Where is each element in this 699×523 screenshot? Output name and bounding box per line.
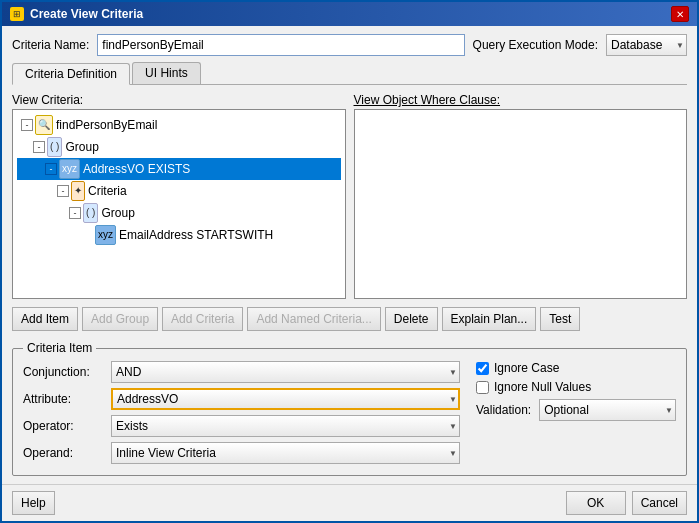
qem-select[interactable]: Database In Memory [606,34,687,56]
operator-row: Operator: Exists Does Not Exist [23,415,460,437]
validation-select-wrapper: Optional Required [539,399,676,421]
window-icon: ⊞ [10,7,24,21]
tree-root-label: findPersonByEmail [56,116,157,134]
ignore-null-row: Ignore Null Values [476,380,676,394]
attribute-select-wrapper: AddressVO [111,388,460,410]
conjunction-select[interactable]: AND OR [111,361,460,383]
expand-icon-criteria[interactable]: - [57,185,69,197]
group1-icon: ( ) [47,137,62,157]
attribute-select[interactable]: AddressVO [111,388,460,410]
exists1-badge-icon: xyz [59,159,80,179]
conjunction-row: Conjunction: AND OR [23,361,460,383]
help-button[interactable]: Help [12,491,55,515]
expand-icon-group2[interactable]: - [69,207,81,219]
criteria-item-body: Conjunction: AND OR Attribute: Add [23,361,676,469]
validation-row: Validation: Optional Required [476,399,676,421]
tree-row-exists1[interactable]: - xyz AddressVO EXISTS [17,158,341,180]
add-criteria-button[interactable]: Add Criteria [162,307,243,331]
where-clause-content[interactable] [354,109,688,299]
email-badge-icon: xyz [95,225,116,245]
main-window: ⊞ Create View Criteria ✕ Criteria Name: … [0,0,699,523]
criteria-item-legend: Criteria Item [23,341,96,355]
tab-ui-hints[interactable]: UI Hints [132,62,201,84]
operand-label: Operand: [23,446,103,460]
qem-select-wrapper: Database In Memory [606,34,687,56]
bottom-right: OK Cancel [566,491,687,515]
ignore-null-checkbox[interactable] [476,381,489,394]
window-content: Criteria Name: Query Execution Mode: Dat… [2,26,697,484]
conjunction-select-wrapper: AND OR [111,361,460,383]
add-item-button[interactable]: Add Item [12,307,78,331]
tree-row-root[interactable]: - 🔍 findPersonByEmail [17,114,341,136]
bottom-bar: Help OK Cancel [2,484,697,521]
main-area: View Criteria: - 🔍 findPersonByEmail [12,93,687,299]
expand-icon-group1[interactable]: - [33,141,45,153]
window-title: Create View Criteria [30,7,143,21]
ignore-case-checkbox[interactable] [476,362,489,375]
ignore-case-row: Ignore Case [476,361,676,375]
group2-icon: ( ) [83,203,98,223]
ignore-case-label: Ignore Case [494,361,559,375]
close-button[interactable]: ✕ [671,6,689,22]
tree-email-label: EmailAddress STARTSWITH [119,226,273,244]
criteria-left-form: Conjunction: AND OR Attribute: Add [23,361,460,469]
title-bar: ⊞ Create View Criteria ✕ [2,2,697,26]
tree-row-group1[interactable]: - ( ) Group [17,136,341,158]
tree-row-criteria[interactable]: - ✦ Criteria [17,180,341,202]
criteria-item-group: Criteria Item Conjunction: AND OR [12,341,687,476]
validation-label: Validation: [476,403,531,417]
where-clause-panel: View Object Where Clause: [354,93,688,299]
explain-plan-button[interactable]: Explain Plan... [442,307,537,331]
tree-group1-label: Group [65,138,98,156]
conjunction-label: Conjunction: [23,365,103,379]
view-criteria-label: View Criteria: [12,93,346,107]
tree-exists1-label: AddressVO EXISTS [83,160,190,178]
operand-select-wrapper: Inline View Criteria [111,442,460,464]
expand-icon-root[interactable]: - [21,119,33,131]
operator-select-wrapper: Exists Does Not Exist [111,415,460,437]
tree-row-group2[interactable]: - ( ) Group [17,202,341,224]
ignore-null-label: Ignore Null Values [494,380,591,394]
operator-select[interactable]: Exists Does Not Exist [111,415,460,437]
root-icon: 🔍 [35,115,53,135]
criteria-name-label: Criteria Name: [12,38,89,52]
operator-label: Operator: [23,419,103,433]
criteria-badge-icon: ✦ [71,181,85,201]
criteria-name-input[interactable] [97,34,464,56]
view-criteria-panel: View Criteria: - 🔍 findPersonByEmail [12,93,346,299]
criteria-name-row: Criteria Name: Query Execution Mode: Dat… [12,34,687,56]
tree-criteria-label: Criteria [88,182,127,200]
operand-row: Operand: Inline View Criteria [23,442,460,464]
add-named-criteria-button[interactable]: Add Named Criteria... [247,307,380,331]
view-criteria-tree[interactable]: - 🔍 findPersonByEmail - ( ) Group [12,109,346,299]
ok-button[interactable]: OK [566,491,626,515]
expand-icon-exists1[interactable]: - [45,163,57,175]
add-group-button[interactable]: Add Group [82,307,158,331]
operand-select[interactable]: Inline View Criteria [111,442,460,464]
tree-group2-label: Group [101,204,134,222]
toolbar: Add Item Add Group Add Criteria Add Name… [12,307,687,331]
cancel-button[interactable]: Cancel [632,491,687,515]
attribute-row: Attribute: AddressVO [23,388,460,410]
tab-criteria-definition[interactable]: Criteria Definition [12,63,130,85]
tree-container: - 🔍 findPersonByEmail - ( ) Group [17,114,341,246]
test-button[interactable]: Test [540,307,580,331]
delete-button[interactable]: Delete [385,307,438,331]
qem-label: Query Execution Mode: [473,38,598,52]
criteria-right-form: Ignore Case Ignore Null Values Validatio… [476,361,676,469]
tabs: Criteria Definition UI Hints [12,62,687,85]
attribute-label: Attribute: [23,392,103,406]
where-clause-label: View Object Where Clause: [354,93,688,107]
validation-select[interactable]: Optional Required [539,399,676,421]
tree-row-email[interactable]: xyz EmailAddress STARTSWITH [17,224,341,246]
